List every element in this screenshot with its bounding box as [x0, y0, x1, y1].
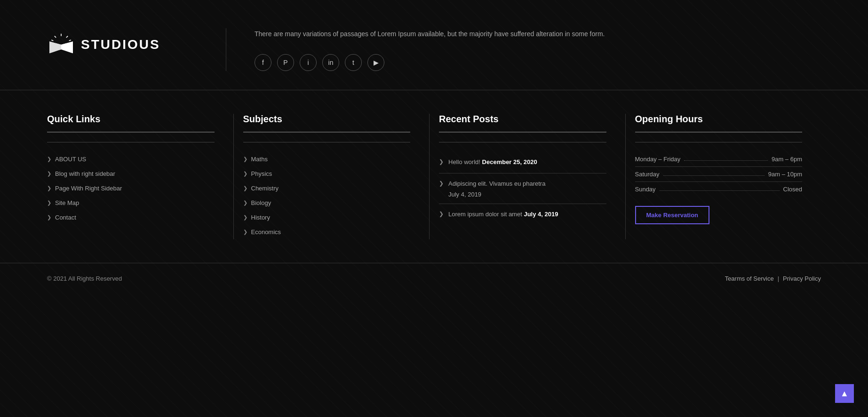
chevron-icon: ❯ — [47, 171, 51, 177]
subject-economics[interactable]: ❯ Economics — [243, 225, 411, 239]
footer-columns: Quick Links ❯ ABOUT US ❯ Blog with right… — [0, 90, 868, 263]
youtube-icon[interactable]: ▶ — [367, 54, 384, 71]
subject-history[interactable]: ❯ History — [243, 210, 411, 225]
post-arrow-icon: ❯ — [439, 211, 444, 217]
recent-posts-col: Recent Posts ❯ Hello world! December 25,… — [429, 114, 625, 239]
subjects-title: Subjects — [243, 114, 411, 133]
subject-biology[interactable]: ❯ Biology — [243, 196, 411, 210]
chevron-icon: ❯ — [47, 156, 51, 162]
opening-hours-col: Opening Hours Monday – Friday 9am – 6pm … — [625, 114, 821, 239]
hours-day-sun: Sunday — [635, 186, 656, 193]
privacy-link[interactable]: Privacy Policy — [783, 275, 821, 282]
chevron-icon: ❯ — [243, 171, 247, 177]
instagram-icon[interactable]: i — [300, 54, 317, 71]
recent-post-3: ❯ Lorem ipsum dolor sit amet July 4, 201… — [439, 204, 606, 225]
hours-day-mon: Monday – Friday — [635, 156, 681, 163]
logo-text: STUDIOUS — [81, 37, 160, 52]
post-arrow-icon: ❯ — [439, 180, 444, 187]
link-separator: | — [778, 275, 779, 282]
hours-time-sat: 9am – 10pm — [768, 171, 802, 178]
description-area: There are many variations of passages of… — [226, 28, 821, 71]
quick-links-title: Quick Links — [47, 114, 215, 133]
subjects-col: Subjects ❯ Maths ❯ Physics ❯ Chemistry ❯… — [233, 114, 430, 239]
linkedin-icon[interactable]: in — [322, 54, 339, 71]
subjects-list: ❯ Maths ❯ Physics ❯ Chemistry ❯ Biology … — [243, 152, 411, 239]
opening-hours-title: Opening Hours — [635, 114, 803, 133]
subject-physics[interactable]: ❯ Physics — [243, 166, 411, 181]
twitter-icon[interactable]: t — [345, 54, 362, 71]
hours-day-sat: Saturday — [635, 171, 660, 178]
hours-saturday: Saturday 9am – 10pm — [635, 167, 803, 182]
svg-line-3 — [69, 40, 71, 41]
hours-dots — [684, 154, 768, 161]
svg-line-2 — [55, 36, 56, 38]
copyright-text: © 2021 All Rights Reserved — [47, 275, 122, 282]
recent-posts-title: Recent Posts — [439, 114, 606, 133]
post-arrow-icon: ❯ — [439, 158, 444, 165]
chevron-icon: ❯ — [243, 229, 247, 235]
post-2-content[interactable]: Adipiscing elit. Vivamus eu pharetra — [448, 179, 545, 189]
recent-post-1: ❯ Hello world! December 25, 2020 — [439, 152, 606, 173]
facebook-icon[interactable]: f — [255, 54, 271, 71]
recent-post-2: ❯ Adipiscing elit. Vivamus eu pharetra J… — [439, 173, 606, 204]
terms-link[interactable]: Tearms of Service — [725, 275, 774, 282]
chevron-icon: ❯ — [243, 214, 247, 220]
subject-maths[interactable]: ❯ Maths — [243, 152, 411, 166]
quick-link-page[interactable]: ❯ Page With Right Sidebar — [47, 181, 215, 196]
chevron-icon: ❯ — [47, 214, 51, 220]
make-reservation-button[interactable]: Make Reservation — [635, 206, 710, 224]
hours-monday: Monday – Friday 9am – 6pm — [635, 152, 803, 167]
chevron-icon: ❯ — [47, 200, 51, 206]
post-1-content[interactable]: Hello world! December 25, 2020 — [448, 157, 537, 167]
chevron-icon: ❯ — [243, 185, 247, 191]
post-3-content[interactable]: Lorem ipsum dolor sit amet July 4, 2019 — [448, 210, 558, 220]
bottom-bar: © 2021 All Rights Reserved Tearms of Ser… — [0, 263, 868, 294]
hours-time-mon: 9am – 6pm — [772, 156, 802, 163]
logo: STUDIOUS — [47, 33, 160, 56]
chevron-icon: ❯ — [47, 185, 51, 191]
post-2-date: July 4, 2019 — [448, 191, 606, 198]
svg-line-1 — [66, 36, 68, 38]
hours-dots — [660, 184, 780, 191]
scroll-to-top-button[interactable]: ▲ — [835, 384, 854, 403]
subject-chemistry[interactable]: ❯ Chemistry — [243, 181, 411, 196]
chevron-icon: ❯ — [243, 156, 247, 162]
hours-time-sun: Closed — [783, 186, 802, 193]
quick-links-col: Quick Links ❯ ABOUT US ❯ Blog with right… — [47, 114, 233, 239]
logo-icon — [47, 33, 75, 56]
quick-link-blog[interactable]: ❯ Blog with right sidebar — [47, 166, 215, 181]
chevron-icon: ❯ — [243, 200, 247, 206]
quick-links-list: ❯ ABOUT US ❯ Blog with right sidebar ❯ P… — [47, 152, 215, 225]
quick-link-contact[interactable]: ❯ Contact — [47, 210, 215, 225]
hours-dots — [663, 169, 764, 176]
logo-area: STUDIOUS — [47, 28, 226, 71]
footer-legal-links: Tearms of Service | Privacy Policy — [725, 275, 821, 282]
svg-line-4 — [51, 40, 53, 41]
quick-link-sitemap[interactable]: ❯ Site Map — [47, 196, 215, 210]
social-icons: f P i in t ▶ — [255, 54, 821, 71]
quick-link-about[interactable]: ❯ ABOUT US — [47, 152, 215, 166]
description-text: There are many variations of passages of… — [255, 28, 821, 40]
hours-sunday: Sunday Closed — [635, 182, 803, 197]
pinterest-icon[interactable]: P — [277, 54, 294, 71]
